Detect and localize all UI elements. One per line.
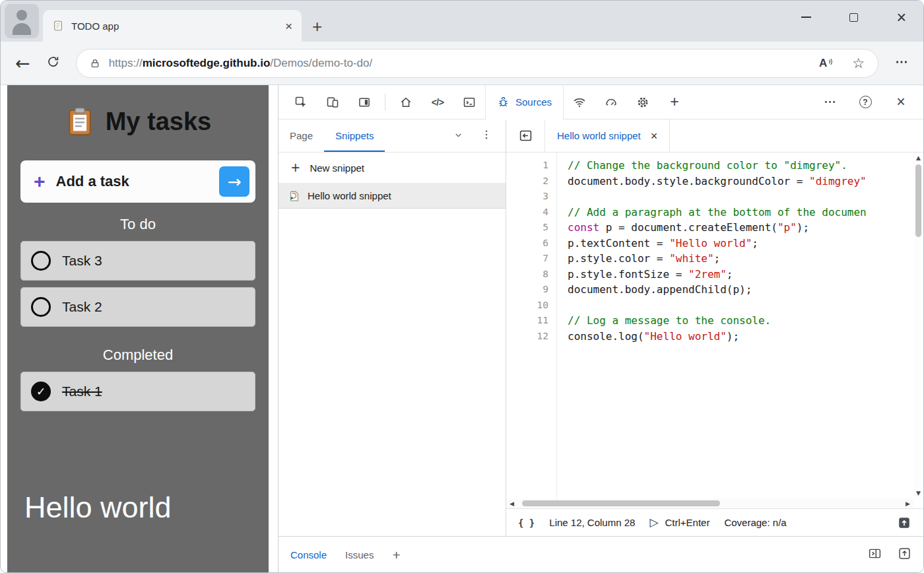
add-task-field[interactable]: + Add a task → (20, 160, 255, 203)
vertical-scrollbar[interactable]: ▲ ▼ (913, 152, 923, 498)
line-number[interactable]: 1 (506, 158, 548, 174)
snippet-list-item[interactable]: Hello world snippet (279, 184, 506, 209)
code-line[interactable]: // Log a message to the console. (568, 313, 913, 329)
favorite-star-icon[interactable]: ☆ (852, 55, 865, 71)
line-number[interactable]: 5 (506, 220, 548, 236)
tab-close-icon[interactable]: × (285, 20, 292, 32)
code-line[interactable]: document.body.appendChild(p); (568, 282, 913, 298)
code-line[interactable]: p.textContent = "Hello world"; (568, 236, 913, 252)
line-number[interactable]: 7 (506, 251, 548, 267)
minimize-button[interactable] (801, 17, 811, 18)
network-conditions-icon[interactable] (564, 90, 595, 114)
line-number[interactable]: 9 (506, 282, 548, 298)
console-tab-icon[interactable] (453, 90, 485, 114)
devtools-panel: </> Sources + ? × (278, 85, 923, 572)
pretty-print-icon[interactable]: { } (518, 518, 535, 528)
maximize-button[interactable] (849, 13, 858, 22)
code-line[interactable]: const p = document.createElement("p"); (568, 220, 913, 236)
task-checkbox-checked[interactable]: ✓ (31, 382, 51, 401)
task-checkbox[interactable] (31, 297, 51, 317)
kebab-menu-icon[interactable] (480, 129, 492, 143)
line-number[interactable]: 3 (506, 189, 548, 205)
scroll-left-icon[interactable]: ◀ (510, 498, 514, 509)
line-number[interactable]: 6 (506, 236, 548, 252)
completed-section-header: Completed (7, 347, 269, 364)
tab-console[interactable]: Console (290, 537, 327, 572)
code-line[interactable]: // Add a paragraph at the bottom of the … (568, 205, 913, 220)
inspect-element-icon[interactable] (285, 90, 317, 114)
refresh-button[interactable] (46, 55, 60, 71)
run-snippet-control[interactable]: ▷ Ctrl+Enter (649, 517, 710, 528)
line-number[interactable]: 4 (506, 205, 548, 220)
elements-tab-icon[interactable]: </> (422, 90, 453, 114)
code-line[interactable]: console.log("Hello world"); (568, 329, 913, 345)
help-icon[interactable]: ? (849, 90, 881, 114)
device-emulation-icon[interactable] (317, 90, 348, 114)
task-checkbox[interactable] (31, 251, 51, 271)
horizontal-scrollbar[interactable]: ◀ ▶ (506, 498, 913, 508)
line-number[interactable]: 11 (506, 313, 548, 329)
code-line[interactable] (568, 189, 913, 205)
close-window-button[interactable]: × (896, 13, 906, 22)
app-header: My tasks (7, 106, 269, 137)
cursor-position: Line 12, Column 28 (549, 517, 635, 528)
editor-tab-bar: Hello world snippet × (506, 119, 923, 152)
settings-gear-icon[interactable] (627, 90, 659, 114)
dock-side-icon[interactable] (348, 90, 380, 114)
new-tab-button[interactable]: + (312, 18, 322, 35)
code-line[interactable]: p.style.color = "white"; (568, 251, 913, 267)
snippets-navigator: Page Snippets + New snippet Hello world (279, 119, 506, 536)
code-line[interactable] (568, 298, 913, 314)
tab-title: TODO app (71, 20, 278, 32)
expand-drawer-icon[interactable] (898, 547, 911, 562)
browser-menu-icon[interactable] (894, 55, 909, 72)
welcome-home-icon[interactable] (390, 90, 422, 114)
hide-navigator-icon[interactable] (506, 119, 544, 152)
back-button[interactable]: ← (15, 54, 30, 72)
tab-page[interactable]: Page (279, 119, 324, 152)
scroll-up-icon[interactable]: ▲ (916, 152, 921, 163)
sources-tab-label: Sources (515, 96, 552, 108)
tab-snippets[interactable]: Snippets (324, 119, 385, 152)
toolbar-divider (385, 94, 385, 111)
address-bar[interactable]: https://microsoftedge.github.io/Demos/de… (76, 49, 878, 78)
new-snippet-button[interactable]: + New snippet (279, 152, 506, 184)
hello-world-paragraph: Hello world (7, 490, 269, 525)
close-tab-icon[interactable]: × (651, 130, 658, 142)
line-number[interactable]: 2 (506, 174, 548, 189)
add-drawer-tab-icon[interactable]: + (392, 548, 400, 562)
editor-tab[interactable]: Hello world snippet × (544, 119, 670, 152)
code-line[interactable]: // Change the background color to "dimgr… (568, 158, 913, 174)
tab-issues[interactable]: Issues (345, 537, 374, 572)
add-task-label: Add a task (56, 173, 209, 190)
task-row-completed[interactable]: ✓ Task 1 (20, 372, 255, 411)
chevron-down-icon[interactable] (453, 130, 463, 142)
scroll-right-icon[interactable]: ▶ (906, 498, 910, 509)
plus-icon: + (34, 172, 46, 191)
line-number[interactable]: 10 (506, 298, 548, 314)
task-row[interactable]: Task 3 (20, 241, 255, 281)
browser-tab[interactable]: TODO app × (43, 10, 302, 42)
task-label: Task 1 (62, 384, 102, 399)
code-lines: // Change the background color to "dimgr… (556, 152, 913, 508)
address-bar-actions: A ☆ (819, 55, 865, 71)
vertical-scroll-thumb[interactable] (915, 164, 921, 237)
add-tools-icon[interactable]: + (659, 90, 690, 114)
code-editor[interactable]: 123456789101112 // Change the background… (506, 152, 923, 508)
tab-sources[interactable]: Sources (485, 85, 564, 119)
line-number[interactable]: 8 (506, 267, 548, 283)
save-snippet-icon[interactable] (897, 516, 911, 530)
close-devtools-icon[interactable]: × (885, 90, 917, 114)
horizontal-scroll-thumb[interactable] (522, 500, 720, 506)
scroll-down-icon[interactable]: ▼ (916, 488, 921, 498)
code-line[interactable]: document.body.style.backgroundColor = "d… (568, 174, 913, 189)
dock-drawer-icon[interactable] (868, 547, 882, 562)
code-line[interactable]: p.style.fontSize = "2rem"; (568, 267, 913, 283)
line-number[interactable]: 12 (506, 329, 548, 345)
submit-task-button[interactable]: → (219, 166, 249, 197)
profile-avatar[interactable] (5, 4, 39, 38)
more-options-icon[interactable] (814, 90, 845, 114)
read-aloud-icon[interactable]: A (819, 57, 834, 70)
task-row[interactable]: Task 2 (20, 287, 255, 327)
performance-gauge-icon[interactable] (595, 90, 627, 114)
